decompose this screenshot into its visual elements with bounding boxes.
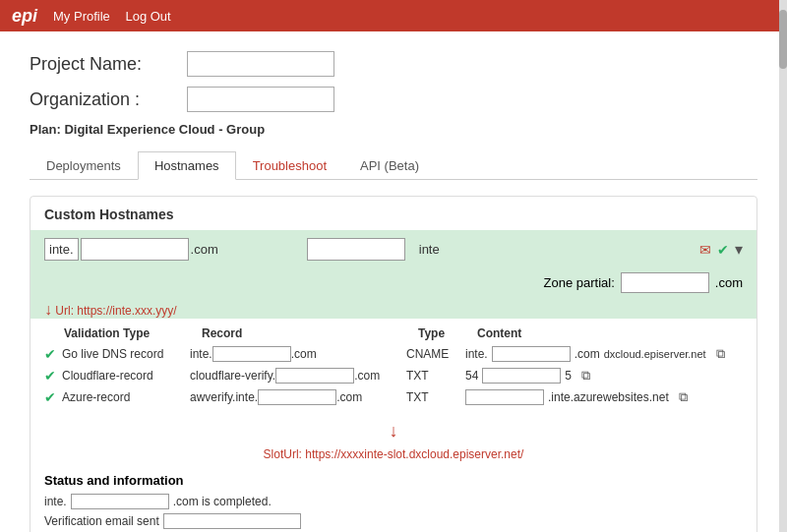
val-type-dns: CNAME: [406, 347, 465, 361]
check-azure: ✔: [44, 389, 56, 405]
val-header-row: Validation Type Record Type Content: [44, 326, 743, 340]
plan-label: Plan:: [30, 122, 61, 137]
cf-content-input[interactable]: [482, 368, 561, 384]
copy-azure[interactable]: ⧉: [679, 389, 688, 405]
hostname-prefix: inte.: [44, 238, 79, 261]
copy-dns[interactable]: ⧉: [716, 346, 725, 362]
val-row-azure: ✔ Azure-record awverify.inte..com TXT .i…: [44, 389, 743, 405]
main-content: Project Name: Organization : Plan: Digit…: [0, 31, 787, 532]
cf-content-prefix: 54: [465, 369, 478, 383]
val-row-dns: ✔ Go live DNS record inte..com CNAME int…: [44, 346, 743, 362]
tab-deployments[interactable]: Deployments: [30, 151, 138, 180]
zone-partial-row: Zone partial: .com: [30, 268, 757, 299]
project-name-row: Project Name:: [30, 51, 757, 77]
az-record-prefix: awverify.inte.: [190, 390, 258, 404]
organization-label: Organization :: [30, 89, 187, 110]
hostname-input-group: inte. .com: [44, 238, 218, 261]
val-content-cloudflare: 545 ⧉: [465, 368, 743, 384]
scrollbar[interactable]: [779, 0, 787, 532]
hostname-env-label: inte: [419, 242, 440, 257]
status-title: Status and information: [44, 473, 743, 488]
val-content-azure: .inte.azurewebsites.net ⧉: [465, 389, 743, 405]
logo: epi: [12, 6, 37, 27]
cf-record-input[interactable]: [275, 368, 354, 384]
val-label-cloudflare: Cloudflare-record: [62, 369, 190, 383]
val-label-azure: Azure-record: [62, 390, 190, 404]
dns-content-suffix: .com: [575, 347, 600, 361]
hostname-main-input[interactable]: [81, 238, 189, 261]
val-record-cloudflare: cloudflare-verify..com: [190, 368, 406, 384]
completion-suffix: .com is completed.: [173, 495, 272, 508]
header-nav: My Profile Log Out: [53, 9, 183, 24]
zone-suffix: .com: [715, 275, 743, 290]
val-label-dns: Go live DNS record: [62, 347, 190, 361]
custom-hostnames-section: Custom Hostnames inte. .com inte ✉ ✔ ▾ Z…: [30, 196, 757, 532]
tab-troubleshoot[interactable]: Troubleshoot: [236, 151, 343, 180]
verification-label: Verification email sent: [44, 514, 159, 528]
status-area: Status and information inte. .com is com…: [30, 467, 757, 532]
tab-hostnames[interactable]: Hostnames: [138, 151, 236, 180]
organization-row: Organization :: [30, 87, 757, 112]
cf-record-prefix: cloudflare-verify.: [190, 369, 275, 383]
az-record-suffix: .com: [336, 390, 362, 404]
validation-area: Validation Type Record Type Content ✔ Go…: [30, 319, 757, 419]
my-profile-link[interactable]: My Profile: [53, 9, 110, 24]
hostname-suffix: .com: [191, 242, 218, 257]
val-type-azure: TXT: [406, 390, 465, 404]
dns-content-prefix: inte.: [465, 347, 488, 361]
az-content-input[interactable]: [465, 389, 544, 405]
arrow-down-url: ↓: [44, 301, 52, 319]
completion-prefix: inte.: [44, 495, 67, 508]
tabs: Deployments Hostnames Troubleshoot API (…: [30, 150, 757, 180]
project-name-input[interactable]: [187, 51, 334, 77]
cf-record-suffix: .com: [354, 369, 380, 383]
dns-record-prefix: inte.: [190, 347, 212, 361]
dns-record-input[interactable]: [212, 346, 291, 362]
az-content-suffix: .inte.azurewebsites.net: [548, 390, 669, 404]
expand-icon[interactable]: ▾: [735, 240, 743, 259]
col-validation-type: Validation Type: [64, 326, 202, 340]
tab-api-beta[interactable]: API (Beta): [343, 151, 436, 180]
hostname-actions: ✉ ✔ ▾: [699, 240, 743, 259]
log-out-link[interactable]: Log Out: [125, 9, 170, 24]
val-record-dns: inte..com: [190, 346, 406, 362]
copy-cloudflare[interactable]: ⧉: [581, 368, 590, 384]
col-content: Content: [477, 326, 743, 340]
val-record-azure: awverify.inte..com: [190, 389, 406, 405]
verification-input[interactable]: [163, 513, 301, 529]
slot-arrow-area: ↓: [30, 419, 757, 443]
custom-hostnames-title: Custom Hostnames: [30, 197, 757, 230]
header: epi My Profile Log Out: [0, 0, 787, 31]
plan-text: Plan: Digital Experience Cloud - Group: [30, 122, 757, 137]
url-hint-text: Url: https://inte.xxx.yyy/: [55, 304, 176, 318]
completion-input[interactable]: [71, 494, 169, 509]
zone-partial-label: Zone partial:: [544, 275, 615, 290]
val-content-dns: inte..com dxcloud.episerver.net ⧉: [465, 346, 743, 362]
az-record-input[interactable]: [258, 389, 336, 405]
scrollbar-thumb[interactable]: [779, 10, 787, 69]
slot-url: SlotUrl: https://xxxxinte-slot.dxcloud.e…: [30, 443, 757, 467]
check-dns: ✔: [44, 346, 56, 362]
zone-partial-input[interactable]: [621, 272, 709, 293]
dns-content-input[interactable]: [492, 346, 571, 362]
val-row-cloudflare: ✔ Cloudflare-record cloudflare-verify..c…: [44, 368, 743, 384]
hostname-right-input[interactable]: [307, 238, 405, 261]
project-name-label: Project Name:: [30, 54, 187, 75]
cf-content-suffix: 5: [565, 369, 572, 383]
dns-record-suffix: .com: [291, 347, 317, 361]
status-verification: Verification email sent: [44, 513, 743, 529]
url-hint: ↓ Url: https://inte.xxx.yyy/: [30, 299, 757, 319]
val-type-cloudflare: TXT: [406, 369, 465, 383]
mail-icon[interactable]: ✉: [699, 242, 711, 258]
col-record: Record: [202, 326, 418, 340]
check-cloudflare: ✔: [44, 368, 56, 384]
check-icon[interactable]: ✔: [717, 242, 729, 258]
slot-arrow: ↓: [390, 421, 398, 442]
status-completion: inte. .com is completed.: [44, 494, 743, 509]
dns-content-extra: dxcloud.episerver.net: [604, 348, 706, 360]
organization-input[interactable]: [187, 87, 334, 112]
plan-value: Digital Experience Cloud - Group: [64, 122, 265, 137]
hostname-row-inte: inte. .com inte ✉ ✔ ▾: [30, 230, 757, 268]
col-type2: Type: [418, 326, 477, 340]
